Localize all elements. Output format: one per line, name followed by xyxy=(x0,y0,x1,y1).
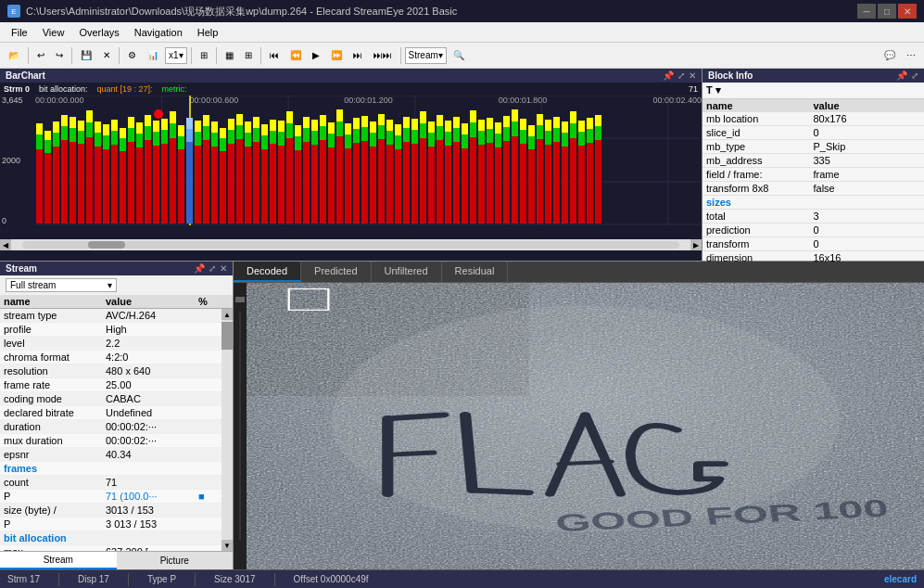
scroll-thumb[interactable] xyxy=(88,241,125,249)
close-button[interactable]: ✕ xyxy=(898,4,917,19)
video-tabs: Decoded Predicted Unfiltered Residual xyxy=(234,262,924,283)
toolbar-settings-button[interactable]: ⚙ xyxy=(123,47,141,63)
y-axis-labels: 3,645 2000 0 xyxy=(2,96,35,225)
toolbar-search-button[interactable]: 🔍 xyxy=(449,47,469,63)
toolbar-chart-button[interactable]: 📊 xyxy=(143,47,163,63)
svg-rect-99 xyxy=(278,132,285,146)
y-mid-label: 2000 xyxy=(2,156,35,165)
toolbar-open-button[interactable]: 📂 xyxy=(4,47,24,63)
svg-rect-180 xyxy=(503,127,510,141)
svg-rect-131 xyxy=(370,147,376,224)
toolbar-play-end-button[interactable]: ⏭ xyxy=(348,47,367,63)
svg-rect-208 xyxy=(578,121,585,132)
status-sep-4 xyxy=(274,573,275,586)
scroll-right-button[interactable]: ▶ xyxy=(690,239,702,250)
svg-rect-65 xyxy=(186,142,193,224)
stream-cell-value-8: 00:00:02:··· xyxy=(106,421,198,432)
bi-table-scroll[interactable]: mb location80x176slice_id0mb_typeP_Skipm… xyxy=(702,112,924,268)
toolbar-play-prev-button[interactable]: ⏪ xyxy=(285,47,306,63)
barchart-close-button[interactable]: ✕ xyxy=(689,70,696,81)
stream-cell-pct-8 xyxy=(198,421,222,432)
svg-rect-126 xyxy=(353,129,360,143)
minimize-button[interactable]: ─ xyxy=(857,4,876,19)
bi-value-col-header: value xyxy=(814,100,921,111)
video-tab-predicted[interactable]: Predicted xyxy=(301,262,371,282)
toolbar-comment-button[interactable]: 💬 xyxy=(880,47,900,63)
toolbar-sep-5 xyxy=(216,47,217,64)
scroll-up-button[interactable]: ▲ xyxy=(222,309,233,320)
toolbar-stream-dropdown[interactable]: Stream ▾ xyxy=(405,47,447,64)
svg-rect-130 xyxy=(361,116,368,127)
menu-navigation[interactable]: Navigation xyxy=(127,25,190,40)
stream-expand-button[interactable]: ⤢ xyxy=(209,263,216,274)
status-offset: Offset 0x0000c49f xyxy=(294,574,369,584)
svg-rect-152 xyxy=(428,147,435,224)
stream-table-content[interactable]: stream typeAVC/H.264profileHighlevel2.2c… xyxy=(0,309,222,551)
svg-rect-165 xyxy=(462,134,468,148)
menu-file[interactable]: File xyxy=(4,25,35,40)
toolbar-play-next-button[interactable]: ⏩ xyxy=(326,47,347,63)
svg-rect-92 xyxy=(261,149,268,224)
scroll-down-button[interactable]: ▼ xyxy=(222,540,233,551)
svg-rect-141 xyxy=(395,135,401,149)
toolbar-grid-button[interactable]: ▦ xyxy=(221,47,238,63)
svg-rect-27 xyxy=(86,137,93,224)
stream-select-dropdown[interactable]: Full stream ▾ xyxy=(6,278,117,292)
svg-rect-169 xyxy=(470,110,476,122)
toolbar-nav-button[interactable]: ⊞ xyxy=(240,47,257,63)
video-nav-thumb[interactable] xyxy=(235,297,245,302)
svg-rect-30 xyxy=(95,147,101,224)
bi-cell-name-8: prediction xyxy=(706,224,814,236)
block-info-expand-button[interactable]: ⤢ xyxy=(911,70,918,81)
svg-line-220 xyxy=(387,415,444,418)
stream-cell-name-0: stream type xyxy=(4,310,106,321)
stream-row-13: P71 (100.0···■ xyxy=(0,490,222,504)
block-info-pin-button[interactable]: 📌 xyxy=(896,70,907,81)
svg-rect-10 xyxy=(36,134,43,149)
scroll-handle[interactable] xyxy=(222,322,233,350)
svg-rect-52 xyxy=(153,132,159,146)
svg-rect-93 xyxy=(261,135,268,149)
stream-tab-stream[interactable]: Stream xyxy=(0,552,117,569)
stream-cell-pct-11 xyxy=(198,463,222,474)
svg-rect-190 xyxy=(528,125,535,136)
toolbar-zoom-dropdown[interactable]: x1 ▾ xyxy=(165,47,187,64)
bi-table-header: name value xyxy=(702,99,924,112)
menu-view[interactable]: View xyxy=(35,25,72,40)
bi-row-0: mb location80x176 xyxy=(702,112,924,126)
toolbar-play-loop-button[interactable]: ⏭⏭ xyxy=(369,47,397,63)
toolbar-zoom-arrow: ▾ xyxy=(179,50,184,60)
toolbar-more-button[interactable]: ⋯ xyxy=(902,47,920,63)
chart-metric: metric: xyxy=(162,84,187,94)
toolbar-play-button[interactable]: ▶ xyxy=(308,47,324,63)
toolbar-undo-button[interactable]: ↩ xyxy=(32,47,49,63)
menu-overlays[interactable]: Overlays xyxy=(71,25,126,40)
bi-font-button[interactable]: T ▾ xyxy=(706,84,721,96)
stream-close-button[interactable]: ✕ xyxy=(220,263,227,274)
toolbar-close-button[interactable]: ✕ xyxy=(98,47,115,63)
svg-rect-34 xyxy=(103,135,109,149)
maximize-button[interactable]: □ xyxy=(878,4,896,19)
stream-tab-picture[interactable]: Picture xyxy=(117,552,234,569)
barchart-pin-button[interactable]: 📌 xyxy=(663,70,674,81)
video-tab-residual[interactable]: Residual xyxy=(442,262,509,282)
toolbar-save-button[interactable]: 💾 xyxy=(76,47,96,63)
toolbar-play-start[interactable]: ⏮ xyxy=(265,47,284,63)
toolbar-layers-button[interactable]: ⊞ xyxy=(196,47,212,63)
video-tab-decoded[interactable]: Decoded xyxy=(234,262,301,282)
barchart-expand-button[interactable]: ⤢ xyxy=(677,70,685,81)
scroll-track xyxy=(22,241,679,249)
stream-cell-pct-13: ■ xyxy=(198,491,222,502)
svg-rect-171 xyxy=(478,131,485,145)
bi-cell-value-4: frame xyxy=(814,169,921,180)
toolbar-redo-button[interactable]: ↪ xyxy=(51,47,68,63)
scroll-left-button[interactable]: ◀ xyxy=(0,239,11,250)
stream-scrollbar[interactable]: ▲ ▼ xyxy=(222,309,233,551)
video-tab-unfiltered[interactable]: Unfiltered xyxy=(372,262,442,282)
stream-pin-button[interactable]: 📌 xyxy=(194,263,205,274)
menu-help[interactable]: Help xyxy=(190,25,226,40)
video-svg: GOOD FOR 100 xyxy=(247,283,924,569)
chart-horizontal-scrollbar[interactable]: ◀ ▶ xyxy=(0,239,702,250)
svg-rect-45 xyxy=(136,147,143,224)
svg-rect-136 xyxy=(378,114,385,125)
